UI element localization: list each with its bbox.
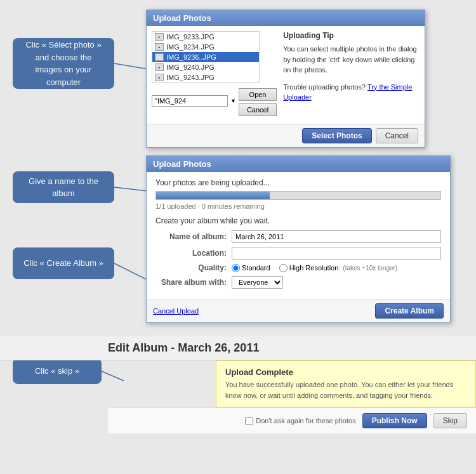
publish-now-button[interactable]: Publish Now bbox=[362, 413, 427, 428]
quality-high-label: High Resolution bbox=[289, 264, 339, 272]
quality-high-option[interactable]: High Resolution (takes ~10x longer) bbox=[279, 264, 398, 272]
album-name-input[interactable] bbox=[232, 230, 441, 243]
dialog1-footer-cancel[interactable]: Cancel bbox=[376, 128, 418, 143]
file-item-5[interactable]: ▪ IMG_9243.JPG bbox=[152, 72, 259, 82]
open-button[interactable]: Open bbox=[239, 88, 277, 101]
file-icon-4: ▪ bbox=[155, 63, 164, 71]
success-text: You have successfully uploaded one photo… bbox=[225, 379, 466, 400]
file-item-1[interactable]: ▪ IMG_9233.JPG bbox=[152, 32, 259, 42]
upload-info-text: 1/1 uploaded · 0 minutes remaining bbox=[155, 202, 441, 210]
file-item-2[interactable]: ▪ IMG_9234.JPG bbox=[152, 42, 259, 52]
file-icon-1: ▪ bbox=[155, 33, 164, 41]
file-item-4[interactable]: ▪ IMG_9240.JPG bbox=[152, 62, 259, 72]
file-list: ▪ IMG_9233.JPG ▪ IMG_9234.JPG ▪ IMG_9236… bbox=[152, 31, 260, 83]
progress-bar-outer bbox=[155, 191, 441, 200]
dialog1-cancel-button[interactable]: Cancel bbox=[239, 103, 277, 116]
location-row: Location: bbox=[155, 247, 441, 260]
trouble-text: Trouble uploading photos? Try the Simple… bbox=[283, 82, 420, 103]
callout-create-album: Clic « Create Album » bbox=[13, 247, 114, 279]
file-btn-group: Open Cancel bbox=[239, 88, 277, 116]
dialog2-title: Upload Photos bbox=[147, 156, 450, 172]
share-dropdown[interactable]: Everyone bbox=[232, 276, 283, 289]
file-item-3[interactable]: ▪ IMG_9236..JPG bbox=[152, 52, 259, 62]
quality-label: Quality: bbox=[155, 263, 232, 272]
file-input[interactable] bbox=[152, 95, 228, 107]
tip-title: Uploading Tip bbox=[283, 31, 420, 40]
file-icon-5: ▪ bbox=[155, 74, 164, 81]
quality-high-radio[interactable] bbox=[279, 264, 288, 272]
callout-give-name: Give a name to the album bbox=[13, 171, 114, 203]
file-name-4: IMG_9240.JPG bbox=[166, 63, 215, 71]
name-label: Name of album: bbox=[155, 232, 232, 241]
tip-section: Uploading Tip You can select multiple ph… bbox=[283, 31, 420, 119]
dialog2-body: Your photos are being uploaded... 1/1 up… bbox=[147, 172, 450, 299]
success-title: Upload Complete bbox=[225, 367, 466, 377]
dropdown-arrow-icon[interactable]: ▼ bbox=[230, 98, 236, 104]
name-row: Name of album: bbox=[155, 230, 441, 243]
callout-give-name-text: Give a name to the album bbox=[22, 175, 105, 200]
file-icon-3: ▪ bbox=[155, 53, 164, 61]
cancel-upload-link[interactable]: Cancel Upload bbox=[153, 307, 199, 315]
trouble-label: Trouble uploading photos? bbox=[283, 83, 366, 91]
quality-row: Quality: Standard High Resolution (takes… bbox=[155, 263, 441, 272]
skip-button[interactable]: Skip bbox=[433, 413, 467, 428]
tip-text: You can select multiple photos in the di… bbox=[283, 44, 420, 76]
success-box: Upload Complete You have successfully up… bbox=[216, 360, 476, 407]
file-name-3: IMG_9236..JPG bbox=[166, 53, 216, 61]
dialog1-title: Upload Photos bbox=[147, 10, 425, 26]
quality-standard-label: Standard bbox=[242, 264, 270, 272]
file-input-row: ▼ Open Cancel bbox=[152, 86, 277, 119]
upload-dialog-2: Upload Photos Your photos are being uplo… bbox=[146, 155, 451, 323]
create-album-heading: Create your album while you wait. bbox=[155, 216, 441, 225]
callout-create-album-text: Clic « Create Album » bbox=[23, 257, 103, 270]
file-icon-2: ▪ bbox=[155, 43, 164, 51]
file-name-2: IMG_9234.JPG bbox=[166, 43, 215, 51]
quality-standard-radio[interactable] bbox=[232, 264, 240, 272]
callout-select-photo-text: Clic « Sélect photo » and choose the ima… bbox=[22, 39, 105, 88]
dialog1-body: ▪ IMG_9233.JPG ▪ IMG_9234.JPG ▪ IMG_9236… bbox=[147, 26, 425, 124]
select-photos-button[interactable]: Select Photos bbox=[302, 128, 371, 143]
quality-radio-group: Standard High Resolution (takes ~10x lon… bbox=[232, 264, 397, 272]
share-row: Share album with: Everyone bbox=[155, 276, 441, 289]
success-footer: Don't ask again for these photos Publish… bbox=[108, 407, 476, 433]
location-label: Location: bbox=[155, 249, 232, 258]
dont-ask-checkbox[interactable] bbox=[245, 417, 253, 425]
file-name-1: IMG_9233.JPG bbox=[166, 33, 215, 41]
dialog2-footer: Cancel Upload Create Album bbox=[147, 299, 450, 322]
file-name-5: IMG_9243.JPG bbox=[166, 74, 215, 81]
edit-album-header: Edit Album - March 26, 2011 bbox=[0, 336, 476, 360]
success-area: Upload Complete You have successfully up… bbox=[108, 360, 476, 433]
share-label: Share album with: bbox=[155, 278, 232, 287]
edit-album-title: Edit Album - March 26, 2011 bbox=[108, 341, 259, 354]
location-input[interactable] bbox=[232, 247, 441, 260]
dialog1-footer: Select Photos Cancel bbox=[147, 124, 425, 147]
dont-ask-label[interactable]: Don't ask again for these photos bbox=[245, 417, 355, 425]
create-album-button[interactable]: Create Album bbox=[375, 303, 444, 319]
progress-bar-inner bbox=[156, 192, 270, 199]
quality-standard-option[interactable]: Standard bbox=[232, 264, 270, 272]
quality-high-note: (takes ~10x longer) bbox=[343, 265, 397, 272]
callout-select-photo: Clic « Sélect photo » and choose the ima… bbox=[13, 38, 114, 89]
upload-dialog-1: Upload Photos ▪ IMG_9233.JPG ▪ IMG_9234.… bbox=[146, 10, 425, 148]
dont-ask-text: Don't ask again for these photos bbox=[256, 417, 355, 425]
section3: Edit Album - March 26, 2011 Upload Compl… bbox=[0, 336, 476, 433]
upload-status-text: Your photos are being uploaded... bbox=[155, 178, 441, 187]
